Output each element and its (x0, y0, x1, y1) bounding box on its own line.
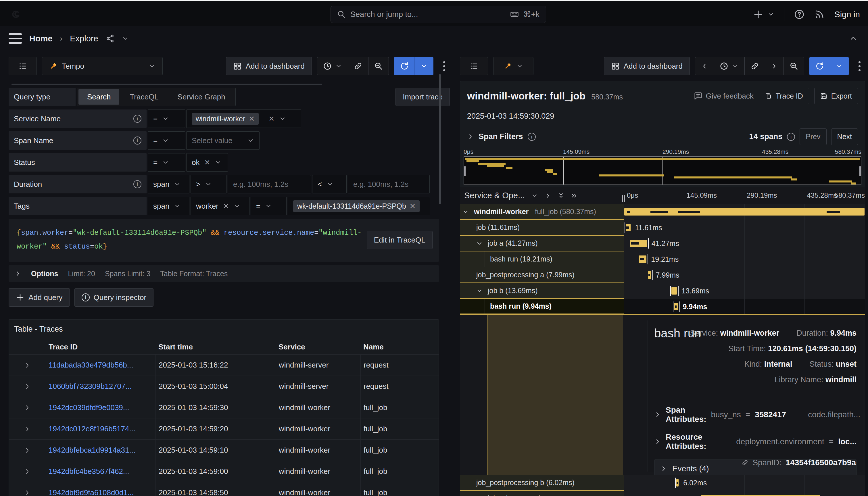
resource-attributes-row[interactable]: Resource Attributes: deployment.environm… (654, 433, 856, 451)
run-query-interval-chevron[interactable] (415, 57, 433, 75)
run-query-interval-chevron[interactable] (830, 57, 849, 75)
edit-in-traceql-button[interactable]: Edit in TraceQL (367, 231, 433, 249)
collapse-icon[interactable] (476, 495, 483, 496)
time-picker-button[interactable] (714, 57, 745, 75)
sign-in-button[interactable]: Sign in (834, 10, 860, 19)
duration-max-input[interactable]: e.g. 100ms, 1.2s (348, 175, 430, 193)
remove-icon[interactable]: ✕ (409, 202, 416, 210)
chevron-right-icon[interactable] (544, 192, 551, 199)
add-query-button[interactable]: Add query (9, 288, 70, 307)
clear-icon[interactable]: ✕ (268, 115, 275, 123)
left-pane-kebab-menu[interactable] (438, 61, 450, 71)
export-button[interactable]: Export (814, 88, 858, 104)
duration-scope-select[interactable]: span (148, 175, 189, 193)
span-bar[interactable] (701, 495, 820, 496)
tags-op-select[interactable]: = (251, 197, 286, 215)
outline-button[interactable] (9, 57, 37, 75)
trace-id-link[interactable]: 11dabada33e479db56b... (46, 361, 155, 370)
col-trace-id[interactable]: Trace ID (46, 343, 155, 352)
zoom-out-button[interactable] (784, 57, 804, 75)
give-feedback-link[interactable]: Give feedback (694, 92, 754, 100)
trace-id-link[interactable]: 1942dbfebca1d9914a31... (46, 446, 155, 455)
span-bar[interactable] (630, 240, 647, 247)
run-query-button[interactable] (810, 57, 830, 75)
service-name-pill[interactable]: windmill-worker ✕ (192, 113, 259, 125)
span-bar[interactable] (624, 208, 864, 216)
outline-button[interactable] (460, 57, 488, 75)
info-icon[interactable]: i (787, 133, 795, 141)
table-row[interactable]: 1060bbf732309b12707... 2025-01-03 15:00:… (9, 376, 438, 397)
trace-id-link[interactable]: 1942dc012e8f196b5174... (46, 424, 155, 433)
zoom-out-button[interactable] (369, 57, 389, 75)
add-to-dashboard-button[interactable]: Add to dashboard (604, 57, 690, 75)
breadcrumb-explore[interactable]: Explore (70, 34, 98, 43)
expand-row-icon[interactable] (24, 490, 31, 496)
trace-id-button[interactable]: Trace ID (759, 88, 809, 104)
status-op-select[interactable]: = (148, 153, 185, 172)
collapse-icon[interactable] (462, 208, 469, 215)
datasource-picker-mini[interactable] (493, 57, 533, 75)
link-split-button[interactable] (348, 57, 369, 75)
tags-key-select[interactable]: worker ✕ (190, 197, 249, 215)
span-bar[interactable] (648, 271, 651, 279)
minimap-drag-handle-right[interactable] (859, 166, 861, 176)
time-picker-button[interactable] (317, 57, 348, 75)
tags-value-select[interactable]: wk-default-133114d6a91e-PSPQb ✕ (288, 197, 430, 215)
remove-icon[interactable]: ✕ (204, 158, 210, 167)
expand-row-icon[interactable] (24, 447, 31, 454)
service-operation-header[interactable]: Service & Ope... (460, 187, 624, 204)
horizontal-scroll-indicator[interactable] (12, 83, 322, 85)
datasource-picker[interactable]: Tempo (42, 57, 163, 75)
collapse-icon[interactable] (476, 240, 483, 247)
tags-scope-select[interactable]: span (148, 197, 189, 215)
trace-id-link[interactable]: 1942dbf9d9fa6108d0d1... (46, 488, 155, 496)
share-icon[interactable] (106, 34, 114, 43)
expand-row-icon[interactable] (24, 425, 31, 433)
span-row[interactable]: job b (13.69ms) 13.69ms (460, 283, 865, 299)
grafana-logo-icon[interactable] (8, 6, 24, 22)
expand-row-icon[interactable] (24, 404, 31, 411)
run-query-button[interactable] (394, 57, 415, 75)
right-pane-kebab-menu[interactable] (854, 61, 865, 71)
trace-id-link[interactable]: 1942dbfc4be3567f462... (46, 467, 155, 476)
collapse-icon[interactable] (476, 288, 483, 294)
double-chevron-right-icon[interactable] (571, 192, 578, 199)
breadcrumb-home[interactable]: Home (29, 34, 52, 43)
query-inspector-button[interactable]: i Query inspector (75, 288, 154, 307)
span-attributes-row[interactable]: Span Attributes: busy_ns = 3582417 code.… (654, 405, 856, 424)
global-search-input[interactable]: Search or jump to... ⌘+k (330, 6, 546, 23)
duration-min-input[interactable]: e.g. 100ms, 1.2s (228, 175, 311, 193)
span-name-op-select[interactable]: = (148, 131, 185, 150)
col-start-time[interactable]: Start time (155, 343, 276, 352)
tab-service-graph[interactable]: Service Graph (169, 89, 234, 105)
minimap-drag-handle-left[interactable] (464, 166, 466, 176)
table-row[interactable]: 1942dc039dfdf9e0039... 2025-01-03 14:59:… (9, 397, 438, 418)
span-row[interactable]: job c (286.87ms) 286.87ms (460, 491, 865, 496)
span-row-root[interactable]: windmill-worker full_job (580.37ms) (460, 204, 865, 220)
remove-icon[interactable]: ✕ (223, 202, 229, 210)
chevron-right-icon[interactable] (467, 133, 474, 140)
expand-row-icon[interactable] (24, 383, 31, 390)
span-bar[interactable] (671, 287, 677, 295)
table-row[interactable]: 1942dbfebca1d9914a31... 2025-01-03 14:59… (9, 439, 438, 461)
tab-traceql[interactable]: TraceQL (121, 89, 167, 105)
span-filters-toggle[interactable]: Span Filters (479, 132, 523, 141)
left-pane-scrollbar[interactable] (439, 74, 441, 204)
trace-id-link[interactable]: 1060bbf732309b12707... (46, 382, 155, 391)
chevron-down-icon[interactable] (122, 35, 129, 42)
span-row[interactable]: bash run (19.21ms) 19.21ms (460, 251, 865, 267)
span-bar[interactable] (626, 224, 631, 231)
add-to-dashboard-button[interactable]: Add to dashboard (226, 57, 312, 75)
col-name[interactable]: Name (360, 343, 438, 352)
double-chevron-down-icon[interactable] (558, 192, 564, 199)
remove-icon[interactable]: ✕ (249, 115, 255, 123)
info-icon[interactable]: i (528, 133, 536, 141)
expand-row-icon[interactable] (24, 468, 31, 475)
service-name-value-select[interactable]: windmill-worker ✕ ✕ (186, 109, 301, 128)
link-icon[interactable] (742, 459, 748, 466)
status-value-select[interactable]: ok ✕ (186, 153, 228, 172)
duration-lt-select[interactable]: < (312, 175, 347, 193)
tags-value-pill[interactable]: wk-default-133114d6a91e-PSPQb ✕ (293, 200, 420, 212)
table-row[interactable]: 1942dbfc4be3567f462... 2025-01-03 14:59:… (9, 461, 438, 482)
span-bar[interactable] (639, 255, 647, 263)
